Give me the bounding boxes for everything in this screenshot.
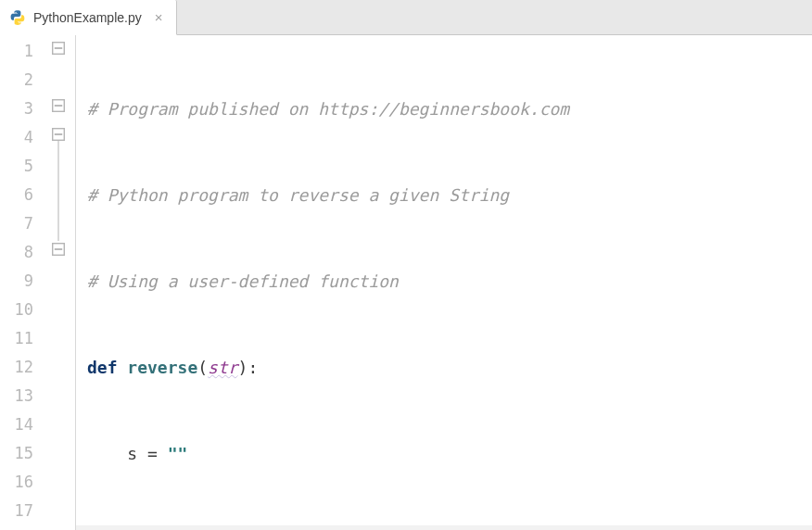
punct: ): (238, 358, 259, 377)
comment: # Program published on https://beginners… (87, 99, 569, 119)
fold-end-marker-icon[interactable] (52, 243, 65, 256)
code-editor[interactable]: 1234567891011121314151617 # Program publ… (0, 35, 812, 530)
code-line: # Python program to reverse a given Stri… (87, 181, 812, 209)
line-number: 5 (0, 152, 44, 181)
tab-filename: PythonExample.py (33, 10, 142, 25)
line-number: 17 (0, 497, 44, 525)
line-number: 15 (0, 439, 44, 468)
fold-gutter (44, 35, 76, 530)
file-tab[interactable]: PythonExample.py × (0, 0, 177, 35)
operator: = (137, 444, 168, 463)
line-number: 12 (0, 353, 44, 382)
close-tab-button[interactable]: × (155, 9, 163, 25)
code-line: # Using a user-defined function (87, 267, 812, 296)
fold-region-marker-icon[interactable] (52, 42, 65, 55)
string-literal: "" (168, 444, 188, 463)
line-number: 2 (0, 66, 44, 95)
keyword: def (87, 358, 127, 377)
code-line: def reverse(str): (87, 353, 812, 382)
indent (87, 444, 127, 463)
line-number: 6 (0, 181, 44, 209)
line-number: 3 (0, 95, 44, 123)
function-name: reverse (127, 358, 197, 377)
line-number-gutter: 1234567891011121314151617 (0, 35, 44, 530)
python-file-icon (9, 9, 26, 26)
line-number: 14 (0, 410, 44, 439)
fold-guide-line (57, 141, 59, 241)
line-number: 16 (0, 468, 44, 497)
parameter: str (208, 358, 238, 377)
code-line: # Program published on https://beginners… (87, 95, 812, 123)
line-number: 4 (0, 123, 44, 152)
line-number: 1 (0, 37, 44, 66)
comment: # Python program to reverse a given Stri… (87, 185, 509, 205)
line-number: 8 (0, 238, 44, 267)
tab-bar: PythonExample.py × (0, 0, 812, 35)
fold-collapse-marker-icon[interactable] (52, 128, 65, 141)
comment: # Using a user-defined function (87, 271, 399, 291)
line-number: 11 (0, 324, 44, 353)
code-line: s = "" (87, 439, 812, 468)
line-number: 7 (0, 209, 44, 238)
fold-collapse-marker-icon[interactable] (52, 99, 65, 112)
code-area[interactable]: # Program published on https://beginners… (76, 35, 812, 530)
line-number: 10 (0, 296, 44, 324)
code-line-highlighted: for ch in str: (76, 525, 812, 530)
identifier: s (127, 444, 137, 463)
line-number: 9 (0, 267, 44, 296)
line-number: 13 (0, 382, 44, 410)
punct: ( (197, 358, 208, 377)
